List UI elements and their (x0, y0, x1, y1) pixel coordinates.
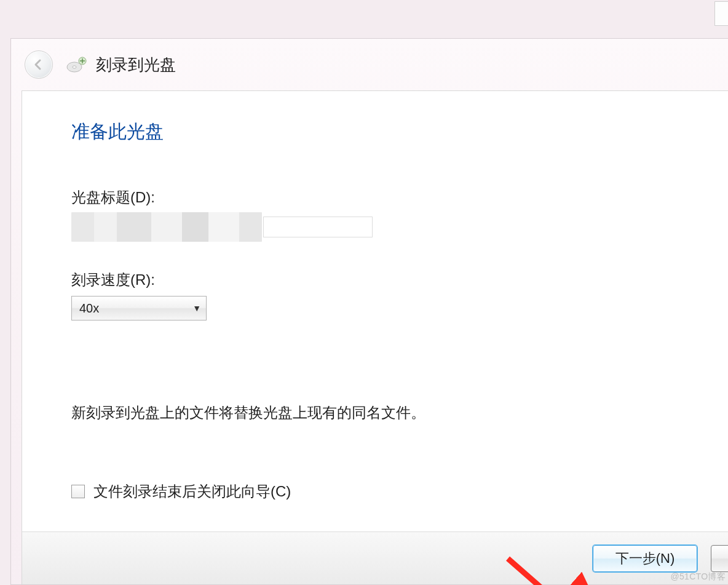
disc-burn-icon (66, 57, 89, 73)
button-strip: 下一步(N) 取消 (22, 531, 728, 584)
replace-note: 新刻录到光盘上的文件将替换光盘上现有的同名文件。 (71, 403, 679, 423)
content-panel: 准备此光盘 光盘标题(D): 刻录速度(R): 40x ▼ 新刻录到光盘上的文件… (22, 90, 728, 584)
back-button[interactable] (25, 50, 53, 79)
disc-title-section: 光盘标题(D): (71, 188, 679, 242)
close-wizard-row[interactable]: 文件刻录结束后关闭此向导(C) (71, 482, 679, 501)
disc-title-input[interactable] (263, 217, 373, 237)
title-bar: 刻录到光盘 (11, 39, 728, 90)
redacted-title-block (71, 212, 262, 242)
chevron-down-icon: ▼ (192, 303, 201, 313)
burn-speed-label: 刻录速度(R): (71, 270, 679, 290)
watermark: @51CTO博客 (671, 571, 726, 583)
burn-speed-section: 刻录速度(R): 40x ▼ (71, 270, 679, 320)
back-arrow-icon (32, 58, 46, 71)
cancel-button[interactable]: 取消 (711, 545, 728, 572)
partial-window-fragment (714, 1, 728, 26)
window-title: 刻录到光盘 (96, 54, 176, 76)
disc-title-label: 光盘标题(D): (71, 188, 679, 207)
disc-title-input-area (71, 212, 679, 242)
wizard-window: 刻录到光盘 准备此光盘 光盘标题(D): 刻录速度(R): 40x ▼ 新刻录到… (10, 38, 728, 585)
page-heading: 准备此光盘 (71, 119, 679, 145)
next-button-label: 下一步(N) (615, 549, 675, 568)
close-wizard-checkbox[interactable] (71, 485, 85, 498)
cancel-button-clip: 取消 (697, 545, 728, 572)
burn-speed-select[interactable]: 40x ▼ (71, 296, 207, 320)
svg-point-1 (73, 66, 76, 68)
close-wizard-label: 文件刻录结束后关闭此向导(C) (93, 482, 291, 501)
next-button[interactable]: 下一步(N) (593, 545, 697, 572)
burn-speed-value: 40x (79, 301, 99, 316)
